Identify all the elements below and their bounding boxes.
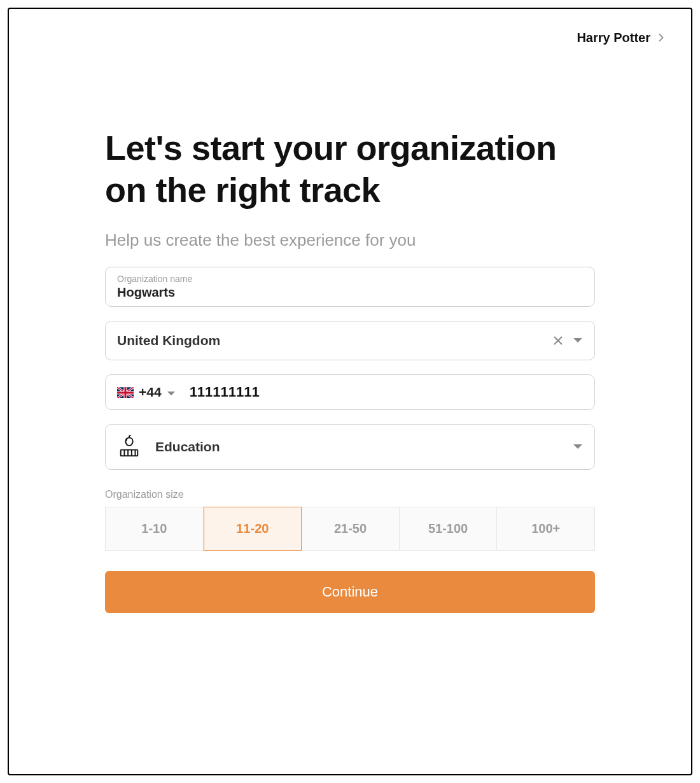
caret-down-icon [573,441,583,453]
size-options: 1-1011-2021-5051-100100+ [105,507,595,551]
size-option[interactable]: 1-10 [105,507,204,551]
org-name-field[interactable]: Organization name Hogwarts [105,267,595,307]
clear-icon[interactable] [552,335,564,346]
country-select[interactable]: United Kingdom [105,321,595,360]
caret-down-icon [573,337,583,344]
phone-field[interactable]: +44 111111111 [105,374,595,410]
chevron-right-icon [657,31,666,45]
flag-uk-icon [117,386,134,398]
size-label: Organization size [105,489,595,500]
industry-value: Education [155,439,220,455]
page-title: Let's start your organization on the rig… [105,127,595,211]
size-option[interactable]: 100+ [497,507,595,551]
user-name: Harry Potter [577,31,650,45]
size-option[interactable]: 21-50 [302,507,400,551]
user-menu[interactable]: Harry Potter [577,31,666,45]
education-icon [117,434,141,460]
caret-down-icon [167,384,176,400]
size-option[interactable]: 11-20 [204,507,302,551]
industry-select[interactable]: Education [105,424,595,470]
size-option[interactable]: 51-100 [400,507,498,551]
page-subtitle: Help us create the best experience for y… [105,230,595,250]
org-name-label: Organization name [117,274,583,284]
org-name-value: Hogwarts [117,285,583,300]
country-value: United Kingdom [117,333,220,348]
continue-button[interactable]: Continue [105,571,595,613]
phone-number: 111111111 [190,384,260,400]
phone-prefix-selector[interactable]: +44 [117,384,176,400]
phone-prefix: +44 [139,384,162,400]
